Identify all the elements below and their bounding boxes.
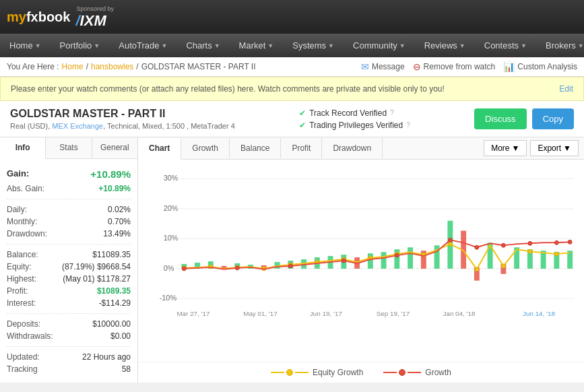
balance-label: Balance: <box>7 250 38 259</box>
right-panel: Chart Growth Balance Profit Drawdown Mor… <box>138 137 584 383</box>
broker-link[interactable]: MEX Exchange <box>52 122 103 130</box>
nav-autotrade[interactable]: AutoTrade ▼ <box>109 34 176 57</box>
daily-value: 0.02% <box>108 205 131 214</box>
nav-charts-arrow: ▼ <box>214 42 220 49</box>
highest-label: Highest: <box>7 274 36 284</box>
monthly-label: Monthly: <box>7 217 37 226</box>
logo: myfxbook <box>7 9 70 25</box>
abs-gain-row: Abs. Gain: +10.89% <box>7 183 131 195</box>
svg-point-59 <box>395 253 399 257</box>
tracking-value: 58 <box>122 364 131 374</box>
breadcrumb-user-link[interactable]: hansbowles <box>91 62 133 71</box>
more-arrow-icon: ▼ <box>512 143 520 153</box>
svg-point-53 <box>528 249 532 253</box>
nav-systems[interactable]: Systems ▼ <box>283 34 344 57</box>
svg-point-61 <box>475 245 479 249</box>
chart-tab-profit[interactable]: Profit <box>281 138 322 158</box>
legend-line-growth <box>383 372 397 373</box>
tab-info[interactable]: Info <box>0 137 46 159</box>
svg-point-56 <box>235 266 239 270</box>
abs-gain-label: Abs. Gain: <box>7 184 44 193</box>
nav-systems-arrow: ▼ <box>328 42 334 49</box>
chart-tab-growth[interactable]: Growth <box>181 138 230 158</box>
svg-text:20%: 20% <box>164 204 179 212</box>
main-content: Info Stats General Gain: +10.89% Abs. Ga… <box>0 137 584 383</box>
stats-table: Gain: +10.89% Abs. Gain: +10.89% Daily: … <box>0 159 137 382</box>
copy-button[interactable]: Copy <box>532 108 574 129</box>
nav-brokers-arrow: ▼ <box>578 42 584 49</box>
help-icon-1: ? <box>390 109 394 117</box>
svg-text:Jun 14, '18: Jun 14, '18 <box>523 310 555 317</box>
legend-growth-label: Growth <box>425 368 451 377</box>
legend-line-growth-2 <box>408 372 421 373</box>
tab-general[interactable]: General <box>92 137 137 158</box>
account-info: GOLDSTAR MASTER - PART II Real (USD), ME… <box>10 108 235 130</box>
nav-community-arrow: ▼ <box>399 42 405 49</box>
gain-row: Gain: +10.89% <box>7 166 131 183</box>
check-icon-2: ✔ <box>299 121 306 130</box>
main-nav: Home ▼ Portfolio ▼ AutoTrade ▼ Charts ▼ … <box>0 34 584 57</box>
chart-tabs: Chart Growth Balance Profit Drawdown Mor… <box>138 137 584 160</box>
nav-brokers[interactable]: Brokers ▼ <box>536 34 584 57</box>
svg-text:May 01, '17: May 01, '17 <box>243 310 278 317</box>
updated-value: 22 Hours ago <box>82 352 131 362</box>
interest-value: -$114.29 <box>99 298 131 308</box>
nav-autotrade-arrow: ▼ <box>161 42 167 49</box>
chart-area: 30% 20% 10% 0% -10% <box>138 160 584 362</box>
svg-text:-10%: -10% <box>160 294 177 302</box>
deposits-label: Deposits: <box>7 319 40 329</box>
highest-value: (May 01) $1178.27 <box>63 274 131 284</box>
remove-watch-action[interactable]: ⊖ Remove from watch <box>413 61 496 72</box>
svg-point-62 <box>501 243 505 247</box>
export-button[interactable]: Export ▼ <box>530 140 579 156</box>
custom-analysis-action[interactable]: 📊 Custom Analysis <box>503 61 577 72</box>
chart-tab-balance[interactable]: Balance <box>230 138 281 158</box>
breadcrumb-home-link[interactable]: Home <box>62 62 84 71</box>
tab-stats[interactable]: Stats <box>46 137 92 158</box>
nav-reviews[interactable]: Reviews ▼ <box>415 34 475 57</box>
message-action[interactable]: ✉ Message <box>361 61 405 72</box>
tracking-row: Tracking 58 <box>7 363 131 375</box>
monthly-value: 0.70% <box>108 217 131 226</box>
svg-text:Jan 04, '18: Jan 04, '18 <box>443 310 475 317</box>
tracking-label: Tracking <box>7 364 38 374</box>
nav-community[interactable]: Community ▼ <box>344 34 415 57</box>
drawdown-label: Drawdown: <box>7 229 47 238</box>
sponsor-block: Sponsored by /IXM <box>73 4 114 30</box>
site-header: myfxbook Sponsored by /IXM <box>0 0 584 34</box>
svg-point-64 <box>554 240 558 244</box>
nav-contests-arrow: ▼ <box>521 42 527 49</box>
balance-value: $11089.35 <box>92 250 131 259</box>
nav-home[interactable]: Home ▼ <box>0 34 51 57</box>
updated-label: Updated: <box>7 352 40 362</box>
legend-equity-label: Equity Growth <box>313 368 363 377</box>
account-buttons: Discuss Copy <box>474 108 574 129</box>
legend-equity: Equity Growth <box>271 368 363 377</box>
discuss-button[interactable]: Discuss <box>474 108 527 129</box>
watch-comment-text: Please enter your watch comments (or att… <box>11 84 445 94</box>
svg-text:0%: 0% <box>164 264 174 272</box>
svg-rect-27 <box>408 247 413 269</box>
help-icon-2: ? <box>406 121 410 129</box>
nav-contests[interactable]: Contests ▼ <box>475 34 536 57</box>
svg-point-58 <box>342 259 346 263</box>
more-button[interactable]: More ▼ <box>484 140 527 156</box>
svg-rect-24 <box>368 253 373 269</box>
nav-portfolio[interactable]: Portfolio ▼ <box>51 34 110 57</box>
svg-point-55 <box>182 267 186 271</box>
check-icon-1: ✔ <box>299 108 306 118</box>
chart-tab-chart[interactable]: Chart <box>138 138 181 160</box>
account-badges: ✔ Track Record Verified ? ✔ Trading Priv… <box>299 108 410 130</box>
chart-tab-drawdown[interactable]: Drawdown <box>322 138 383 158</box>
svg-point-52 <box>501 264 505 268</box>
gain-value: +10.89% <box>90 168 131 180</box>
nav-home-arrow: ▼ <box>35 42 41 49</box>
highest-row: Highest: (May 01) $1178.27 <box>7 273 131 285</box>
interest-row: Interest: -$114.29 <box>7 297 131 309</box>
svg-point-65 <box>568 240 572 244</box>
track-record-badge: ✔ Track Record Verified ? <box>299 108 410 118</box>
nav-market[interactable]: Market ▼ <box>230 34 284 57</box>
svg-point-63 <box>528 241 532 245</box>
nav-charts[interactable]: Charts ▼ <box>176 34 229 57</box>
edit-watch-link[interactable]: Edit <box>559 84 573 94</box>
